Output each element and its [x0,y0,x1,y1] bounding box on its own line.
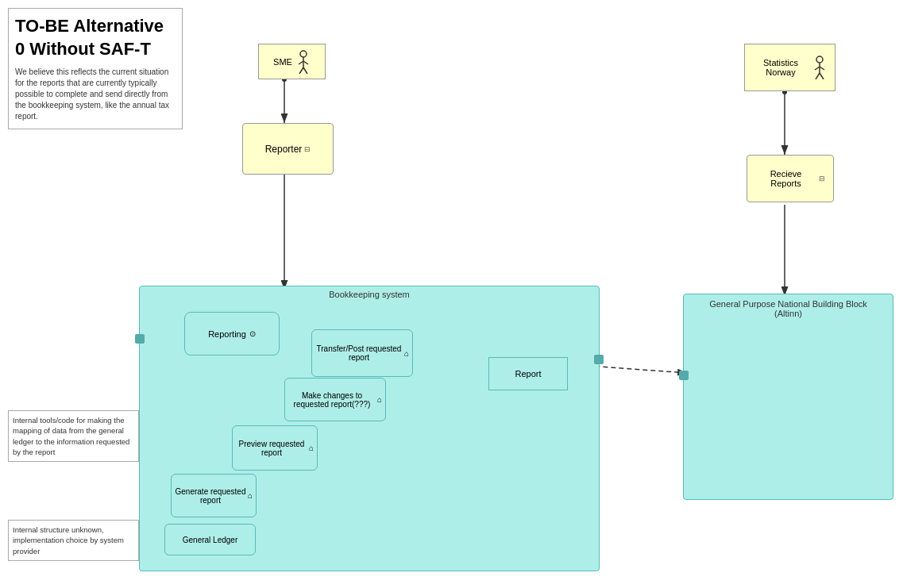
svg-line-26 [815,67,820,70]
reporting-box: Reporting ⊙ [184,312,280,355]
statistics-norway-label: Statistics Norway [753,58,808,77]
general-ledger-label: General Ledger [183,536,238,544]
preview-label: Preview requested report [236,440,307,457]
svg-line-27 [820,67,824,70]
svg-line-28 [816,73,820,79]
svg-line-23 [303,67,307,74]
svg-point-18 [300,51,307,57]
svg-line-21 [303,61,308,64]
reporter-expand-icon: ⊟ [304,145,311,153]
internal-tools-text: Internal tools/code for making the mappi… [13,416,129,456]
altinn-swimlane: General Purpose National Building Block … [683,294,893,500]
make-changes-icon: ⌂ [377,395,382,404]
transfer-post-label: Transfer/Post requested report [315,344,403,362]
bookkeeping-title: Bookkeeping system [140,290,599,299]
receive-reports-label: Recieve Reports [755,169,816,188]
generate-box: Generate requested report ⌂ [171,474,257,517]
reporting-expand-icon: ⊙ [249,329,256,338]
title-description: We believe this reflects the current sit… [15,67,176,122]
title-heading: TO-BE Alternative 0 Without SAF-T [15,15,176,60]
receive-reports-box: Recieve Reports ⊟ [747,155,834,202]
reporter-box: Reporter ⊟ [242,123,334,175]
generate-label: Generate requested report [175,487,246,505]
diagram-container: TO-BE Alternative 0 Without SAF-T We bel… [0,0,903,588]
transfer-post-box: Transfer/Post requested report ⌂ [311,329,413,377]
make-changes-box: Make changes to requested report(???) ⌂ [284,378,386,421]
general-ledger-box: General Ledger [164,524,256,555]
altinn-left-connector [679,371,689,380]
svg-line-20 [299,61,303,64]
internal-tools-annotation: Internal tools/code for making the mappi… [8,410,139,462]
svg-line-29 [820,73,824,79]
sme-stick-figure [296,50,311,74]
sme-actor: SME [258,44,326,79]
altinn-title: General Purpose National Building Block … [684,298,893,320]
transfer-post-icon: ⌂ [404,349,409,358]
bookkeeping-left-connector [135,334,145,344]
report-label: Report [515,369,541,379]
receive-reports-expand-icon: ⊟ [819,175,825,183]
reporting-label: Reporting [208,329,246,339]
generate-icon: ⌂ [248,491,253,500]
reporter-label: Reporter [265,144,303,155]
statistics-norway-actor: Statistics Norway [744,44,835,91]
svg-point-24 [816,56,823,63]
preview-box: Preview requested report ⌂ [232,425,318,471]
report-box: Report [488,357,568,390]
sme-label: SME [273,57,292,67]
internal-structure-text: Internal structure unknown, implementati… [13,525,124,555]
title-box: TO-BE Alternative 0 Without SAF-T We bel… [8,8,183,129]
make-changes-label: Make changes to requested report(???) [288,391,376,409]
statistics-norway-stick-figure [812,56,827,79]
preview-icon: ⌂ [309,444,314,452]
svg-line-22 [299,67,303,74]
internal-structure-annotation: Internal structure unknown, implementati… [8,520,139,561]
bookkeeping-right-connector [594,355,604,364]
